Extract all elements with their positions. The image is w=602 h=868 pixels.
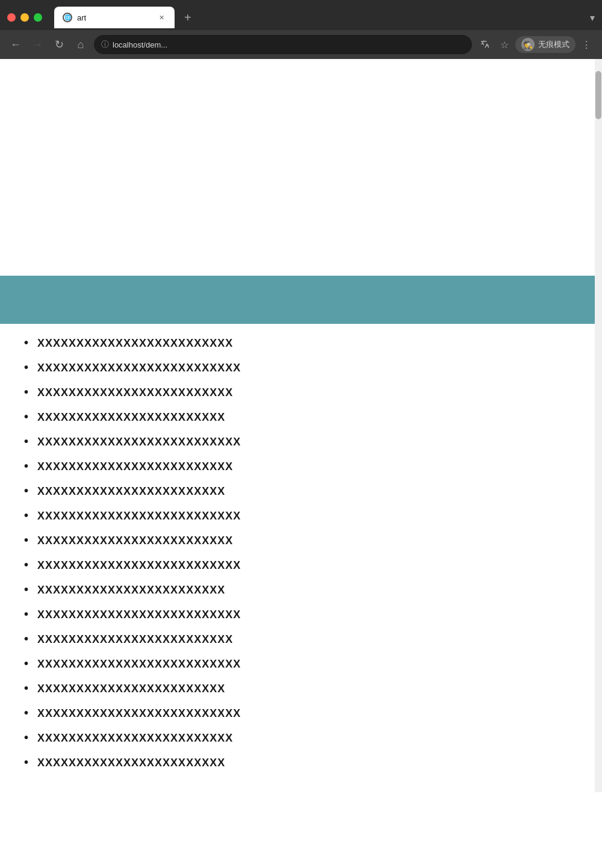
back-button[interactable]: ← — [7, 36, 24, 53]
list-item: •XXXXXXXXXXXXXXXXXXXXXXXX — [24, 410, 578, 424]
window-controls — [7, 13, 42, 22]
url-text: localhost/dem... — [113, 40, 465, 49]
bullet-icon: • — [24, 731, 29, 745]
minimize-window-button[interactable] — [20, 13, 29, 22]
scrollbar[interactable] — [595, 59, 602, 792]
bullet-icon: • — [24, 558, 29, 572]
bullet-icon: • — [24, 607, 29, 621]
page-content: •XXXXXXXXXXXXXXXXXXXXXXXXX•XXXXXXXXXXXXX… — [0, 59, 602, 792]
list-item-text: XXXXXXXXXXXXXXXXXXXXXXXXX — [37, 337, 233, 350]
list-item: •XXXXXXXXXXXXXXXXXXXXXXXXX — [24, 731, 578, 745]
list-item: •XXXXXXXXXXXXXXXXXXXXXXXXXX — [24, 657, 578, 671]
list-item-text: XXXXXXXXXXXXXXXXXXXXXXXXX — [37, 386, 233, 399]
list-item: •XXXXXXXXXXXXXXXXXXXXXXXXX — [24, 533, 578, 547]
list-item-text: XXXXXXXXXXXXXXXXXXXXXXXXXX — [37, 658, 241, 671]
bullet-icon: • — [24, 509, 29, 522]
list-item-text: XXXXXXXXXXXXXXXXXXXXXXXXX — [37, 535, 233, 547]
bullet-icon: • — [24, 336, 29, 350]
home-button[interactable]: ⌂ — [72, 36, 89, 53]
bullet-icon: • — [24, 385, 29, 399]
list-item-text: XXXXXXXXXXXXXXXXXXXXXXXXXX — [37, 707, 241, 720]
list-item: •XXXXXXXXXXXXXXXXXXXXXXXX — [24, 681, 578, 695]
tab-favicon-icon: 🌐 — [63, 13, 72, 22]
new-tab-button[interactable]: + — [179, 11, 196, 25]
list-item: •XXXXXXXXXXXXXXXXXXXXXXXXXX — [24, 558, 578, 572]
tab-title: art — [77, 13, 152, 22]
bullet-icon: • — [24, 755, 29, 769]
list-item: •XXXXXXXXXXXXXXXXXXXXXXXX — [24, 484, 578, 498]
tab-close-button[interactable]: ✕ — [157, 13, 166, 22]
bullet-icon: • — [24, 533, 29, 547]
active-tab[interactable]: 🌐 art ✕ — [54, 7, 175, 28]
list-item: •XXXXXXXXXXXXXXXXXXXXXXXXX — [24, 336, 578, 350]
list-item-text: XXXXXXXXXXXXXXXXXXXXXXXXXX — [37, 436, 241, 448]
list-item-text: XXXXXXXXXXXXXXXXXXXXXXXX — [37, 584, 225, 597]
bullet-icon: • — [24, 410, 29, 424]
white-section — [0, 59, 602, 276]
maximize-window-button[interactable] — [34, 13, 42, 22]
list-item: •XXXXXXXXXXXXXXXXXXXXXXXXXX — [24, 435, 578, 448]
bullet-icon: • — [24, 484, 29, 498]
list-item-text: XXXXXXXXXXXXXXXXXXXXXXXX — [37, 757, 225, 769]
address-bar-row: ← → ↻ ⌂ ⓘ localhost/dem... — [0, 30, 602, 59]
incognito-label: 无痕模式 — [538, 39, 569, 50]
teal-banner — [0, 276, 602, 324]
bullet-icon: • — [24, 459, 29, 473]
tab-menu-button[interactable]: ▾ — [590, 12, 595, 23]
reload-button[interactable]: ↻ — [51, 36, 67, 53]
list-item: •XXXXXXXXXXXXXXXXXXXXXXXXX — [24, 632, 578, 646]
list-item-text: XXXXXXXXXXXXXXXXXXXXXXXXX — [37, 633, 233, 646]
more-menu-button[interactable]: ⋮ — [578, 36, 595, 53]
list-item-text: XXXXXXXXXXXXXXXXXXXXXXXX — [37, 485, 225, 498]
list-item-text: XXXXXXXXXXXXXXXXXXXXXXXXXX — [37, 609, 241, 621]
list-item: •XXXXXXXXXXXXXXXXXXXXXXXXX — [24, 385, 578, 399]
list-item: •XXXXXXXXXXXXXXXXXXXXXXXXXX — [24, 509, 578, 522]
translate-button[interactable] — [477, 36, 494, 53]
list-item: •XXXXXXXXXXXXXXXXXXXXXXXXXX — [24, 706, 578, 720]
forward-button[interactable]: → — [29, 36, 46, 53]
list-section: •XXXXXXXXXXXXXXXXXXXXXXXXX•XXXXXXXXXXXXX… — [0, 324, 602, 792]
list-item-text: XXXXXXXXXXXXXXXXXXXXXXXXXX — [37, 510, 241, 522]
security-info-icon: ⓘ — [101, 39, 109, 50]
list-item-text: XXXXXXXXXXXXXXXXXXXXXXXXX — [37, 732, 233, 745]
incognito-button[interactable]: 🕵 无痕模式 — [515, 36, 576, 53]
bullet-icon: • — [24, 681, 29, 695]
bullet-icon: • — [24, 361, 29, 374]
bullet-icon: • — [24, 583, 29, 597]
bookmark-button[interactable]: ☆ — [496, 36, 513, 53]
list-item: •XXXXXXXXXXXXXXXXXXXXXXXX — [24, 755, 578, 769]
list-item-text: XXXXXXXXXXXXXXXXXXXXXXXX — [37, 411, 225, 424]
bullet-icon: • — [24, 657, 29, 671]
address-bar[interactable]: ⓘ localhost/dem... — [94, 35, 472, 54]
close-window-button[interactable] — [7, 13, 16, 22]
list-item: •XXXXXXXXXXXXXXXXXXXXXXXX — [24, 583, 578, 597]
scrollbar-thumb[interactable] — [595, 71, 601, 119]
list-item: •XXXXXXXXXXXXXXXXXXXXXXXXX — [24, 459, 578, 473]
bullet-icon: • — [24, 706, 29, 720]
list-item-text: XXXXXXXXXXXXXXXXXXXXXXXXX — [37, 460, 233, 473]
list-item-text: XXXXXXXXXXXXXXXXXXXXXXXXXX — [37, 559, 241, 572]
bullet-icon: • — [24, 632, 29, 646]
incognito-icon: 🕵 — [521, 38, 535, 51]
browser-window: 🌐 art ✕ + ▾ ← → ↻ ⌂ ⓘ localhost/dem... — [0, 0, 602, 792]
list-item-text: XXXXXXXXXXXXXXXXXXXXXXXX — [37, 683, 225, 695]
bullet-icon: • — [24, 435, 29, 448]
tab-bar: 🌐 art ✕ + ▾ — [0, 0, 602, 30]
list-item: •XXXXXXXXXXXXXXXXXXXXXXXXXX — [24, 361, 578, 374]
list-item-text: XXXXXXXXXXXXXXXXXXXXXXXXXX — [37, 362, 241, 374]
browser-chrome: 🌐 art ✕ + ▾ ← → ↻ ⌂ ⓘ localhost/dem... — [0, 0, 602, 59]
list-item: •XXXXXXXXXXXXXXXXXXXXXXXXXX — [24, 607, 578, 621]
toolbar-icons: ☆ 🕵 无痕模式 ⋮ — [477, 36, 595, 53]
